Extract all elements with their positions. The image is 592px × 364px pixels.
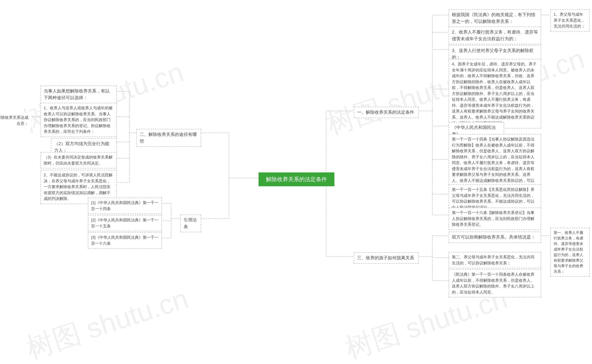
text: 3、送养人行使对养父母子女关系的解除权的； <box>452 47 538 61</box>
b3-c1-1: 第一、收养人不履行抚养义务，有虐待、遗弃等侵害未成年养子女合法权益行为的，送养人… <box>550 228 590 277</box>
b2-c1: 当事人如果想解除收养关系，有以下两种途径可以选择： <box>40 85 117 103</box>
text: [2]《中华人民共和国民法典》第一千一百一十五条 <box>91 217 159 229</box>
text: 第一千一百一十四条【当事人协议解除及因违法行为而解除】收养人在被收养人成年以前，… <box>452 136 538 189</box>
text: [1]《中华人民共和国民法典》第一千一百一十四条 <box>91 200 159 212</box>
text: （2）双方均须为完全行为能力人； <box>54 141 113 154</box>
b2-c2: 1、收养人与送养人或收养人与成年的被收养人可以协议解除收养关系。当事人协议解除收… <box>40 103 117 137</box>
b1-c6: 第一千一百一十四条【当事人协议解除及因违法行为而解除】收养人在被收养人成年以前，… <box>449 134 541 192</box>
b3-c1: 双方可以协商解除收养关系。具体情况是： <box>449 232 541 243</box>
branch-1-title: 一、解除收养关系的法定条件 <box>354 107 419 118</box>
root-node: 解除收养关系的法定条件 <box>259 173 334 186</box>
b1-c4: 4、因养子女成年后，虐待、遗弃养父母的。养子女年满十周岁的应征得本人同意。被收养… <box>449 59 541 129</box>
branch-cite-title: 引用法条 <box>180 214 201 232</box>
b3-c2: 第二、养父母与成年养子女关系恶化，无法共同生活的，可以协议解除收养关系； <box>449 252 541 268</box>
text: [3]《中华人民共和国民法典》第一千一百一十六条 <box>91 234 159 246</box>
b1-c1: 根据我国《民法典》的相关规定，有下列情形之一的，可以解除收养关系： <box>449 9 541 27</box>
text: （3）在夫妻共同决定形成的收养关系解除时，仍应由夫妻双方共同决定。 <box>44 154 113 166</box>
text: 双方可以协商解除收养关系。具体情况是： <box>452 234 538 240</box>
text: 2、不能达成协议的，可诉请人民法院解决，在养父母与成年养子女关系恶化，一方要求解… <box>44 172 113 202</box>
branch-3-title: 三、收养的孩子如何脱离关系 <box>354 252 419 264</box>
b1-c8: 第一千一百一十六条【解除收养关系登记】当事人协议解除收养关系的，应当到民政部门办… <box>449 208 541 230</box>
cite-2: [2]《中华人民共和国民法典》第一千一百一十五条 <box>88 215 162 231</box>
b1-c2: 2、收养人不履行抚养义务，有虐待、遗弃等侵害未成年子女合法权益行为的； <box>449 26 541 44</box>
text: 第一、收养人不履行抚养义务，有虐待、遗弃等侵害未成年养子女合法权益行为的，送养人… <box>554 230 586 274</box>
text: 第二、养父母与成年养子女关系恶化，无法共同生活的，可以协议解除收养关系； <box>452 254 538 266</box>
text: 2、收养人不履行抚养义务，有虐待、遗弃等侵害未成年子女合法权益行为的； <box>452 29 538 42</box>
text: 根据我国《民法典》的相关规定，有下列情形之一的，可以解除收养关系： <box>452 12 538 25</box>
branch-2-title: 二、解除收养关系的途径有哪些 <box>136 129 201 147</box>
text: 引用法条 <box>184 217 198 230</box>
b3-c3: 《民法典》第一千一百一十四条收养人在被收养人成年以前，不得解除收养关系，但是收养… <box>449 269 541 298</box>
text: 二、解除收养关系的途径有哪些 <box>140 131 198 144</box>
cite-1: [1]《中华人民共和国民法典》第一千一百一十四条 <box>88 198 162 214</box>
mindmap-canvas: 树图 shutu.cn 树图 shutu.cn 树图 shutu.cn 树图 s… <box>0 0 592 364</box>
text: 1、养父母与成年养子女关系恶化，无法共同生活的； <box>554 12 586 29</box>
cite-3: [3]《中华人民共和国民法典》第一千一百一十六条 <box>88 232 162 249</box>
b1-c1-1: 1、养父母与成年养子女关系恶化，无法共同生活的； <box>550 9 590 32</box>
watermark: 树图 shutu.cn <box>21 280 193 364</box>
b2-c4: （3）在夫妻共同决定形成的收养关系解除时，仍应由夫妻双方共同决定。 <box>40 152 117 169</box>
text: 《民法典》第一千一百一十四条收养人在被收养人成年以前，不得解除收养关系，但是收养… <box>452 272 538 295</box>
text: 当事人如果想解除收养关系，有以下两种途径可以选择： <box>44 88 113 101</box>
text: 一、解除收养关系的法定条件 <box>357 109 415 116</box>
text: （1）双方就解除收养关系达成合意： <box>0 115 28 126</box>
root-title: 解除收养关系的法定条件 <box>266 176 327 182</box>
text: 第一千一百一十五条【关系恶化而协议解除】养父母与成年养子女关系恶化，无法共同生活… <box>452 187 538 210</box>
text: 三、收养的孩子如何脱离关系 <box>357 255 415 261</box>
text: 第一千一百一十六条【解除收养关系登记】当事人协议解除收养关系的，应当到民政部门办… <box>452 210 538 228</box>
text: 1、收养人与送养人或收养人与成年的被收养人可以协议解除收养关系。当事人协议解除收… <box>44 105 113 135</box>
text: 4、因养子女成年后，虐待、遗弃养父母的。养子女年满十周岁的应征得本人同意。被收养… <box>452 61 538 126</box>
b2-c2-label: （1）双方就解除收养关系达成合意： <box>0 113 31 128</box>
